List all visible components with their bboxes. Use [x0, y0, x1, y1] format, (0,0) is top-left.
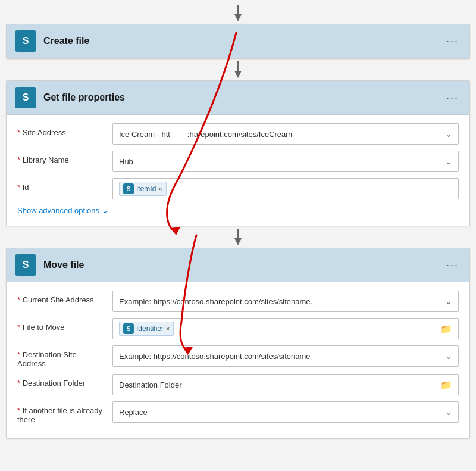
site-address-dropdown[interactable]: Ice Cream - htt :harepoint.com/sites/Ice…	[112, 123, 459, 145]
site-address-control[interactable]: Ice Cream - htt :harepoint.com/sites/Ice…	[112, 123, 459, 145]
dest-folder-field[interactable]: Destination Folder 📁	[112, 374, 459, 395]
identifier-tag-icon: S	[123, 323, 134, 334]
get-file-properties-card: S Get file properties ··· * Site Address…	[6, 80, 470, 226]
current-site-address-dropdown[interactable]: Example: https://contoso.sharepoint.com/…	[112, 291, 459, 312]
dest-site-address-placeholder: Example: https://contoso.sharepoint.com/…	[119, 352, 440, 361]
get-file-props-title: Get file properties	[43, 92, 444, 103]
move-file-title: Move file	[43, 260, 444, 270]
create-file-card-header: S Create file ···	[7, 24, 469, 58]
id-row: * Id S ItemId ×	[17, 178, 459, 199]
site-address-chevron[interactable]: ⌄	[445, 129, 452, 139]
svg-marker-3	[234, 71, 242, 78]
dest-folder-control[interactable]: Destination Folder 📁	[112, 374, 459, 395]
create-file-card: S Create file ···	[6, 24, 470, 59]
identifier-tag: S Identifier ×	[119, 322, 174, 336]
if-another-file-value: Replace	[119, 408, 440, 417]
library-name-dropdown[interactable]: Hub ⌄	[112, 151, 459, 172]
move-file-icon: S	[15, 254, 36, 276]
create-file-menu[interactable]: ···	[444, 35, 461, 48]
get-file-props-icon: S	[15, 87, 36, 108]
file-to-move-row: * File to Move S Identifier × 📁	[17, 318, 459, 339]
move-file-header: S Move file ···	[7, 248, 469, 282]
site-address-label: * Site Address	[17, 123, 112, 137]
itemid-tag-label: ItemId	[136, 185, 156, 193]
advanced-options-chevron: ⌄	[102, 206, 108, 215]
library-name-control[interactable]: Hub ⌄	[112, 151, 459, 172]
if-another-file-control[interactable]: Replace ⌄	[112, 401, 459, 423]
id-label: * Id	[17, 178, 112, 192]
dest-site-address-control[interactable]: Example: https://contoso.sharepoint.com/…	[112, 345, 459, 367]
dest-site-address-row: * Destination Site Address Example: http…	[17, 345, 459, 368]
dest-site-address-chevron[interactable]: ⌄	[445, 351, 452, 361]
site-address-row: * Site Address Ice Cream - htt :harepoin…	[17, 123, 459, 145]
get-file-props-menu[interactable]: ···	[444, 92, 461, 104]
svg-marker-5	[234, 238, 242, 245]
current-site-address-placeholder: Example: https://contoso.sharepoint.com/…	[119, 297, 440, 306]
file-to-move-field[interactable]: S Identifier × 📁	[112, 318, 459, 339]
file-to-move-folder-icon[interactable]: 📁	[440, 323, 452, 335]
if-another-file-row: * If another file is already there Repla…	[17, 401, 459, 424]
svg-marker-1	[234, 14, 242, 21]
move-file-body: * Current Site Address Example: https://…	[7, 282, 469, 438]
identifier-tag-close[interactable]: ×	[166, 325, 170, 332]
get-file-props-header: S Get file properties ···	[7, 81, 469, 115]
current-site-address-chevron[interactable]: ⌄	[445, 297, 452, 306]
library-name-chevron[interactable]: ⌄	[445, 157, 452, 166]
move-file-menu[interactable]: ···	[444, 259, 461, 272]
id-control[interactable]: S ItemId ×	[112, 178, 459, 199]
advanced-options-row: Show advanced options ⌄	[17, 205, 459, 215]
if-another-file-label: * If another file is already there	[17, 401, 112, 424]
file-to-move-label: * File to Move	[17, 318, 112, 332]
library-name-row: * Library Name Hub ⌄	[17, 151, 459, 172]
file-to-move-control[interactable]: S Identifier × 📁	[112, 318, 459, 339]
if-another-file-chevron[interactable]: ⌄	[445, 407, 452, 417]
itemid-tag: S ItemId ×	[119, 182, 167, 196]
current-site-address-row: * Current Site Address Example: https://…	[17, 291, 459, 312]
current-site-address-label: * Current Site Address	[17, 291, 112, 304]
dest-site-address-dropdown[interactable]: Example: https://contoso.sharepoint.com/…	[112, 345, 459, 367]
connector-1	[0, 59, 476, 80]
top-connector-arrow	[0, 0, 476, 24]
library-name-label: * Library Name	[17, 151, 112, 164]
if-another-file-dropdown[interactable]: Replace ⌄	[112, 401, 459, 423]
identifier-tag-label: Identifier	[136, 325, 164, 333]
dest-folder-row: * Destination Folder Destination Folder …	[17, 374, 459, 395]
itemid-tag-icon: S	[123, 183, 134, 194]
dest-site-address-label: * Destination Site Address	[17, 345, 112, 368]
create-file-title: Create file	[43, 36, 444, 46]
get-file-props-body: * Site Address Ice Cream - htt :harepoin…	[7, 115, 469, 226]
connector-2	[0, 226, 476, 248]
show-advanced-options-label: Show advanced options	[17, 206, 99, 215]
file-to-move-content: S Identifier ×	[119, 322, 436, 336]
page-wrapper: S Create file ··· S Get file properties …	[0, 0, 476, 451]
move-file-card: S Move file ··· * Current Site Address E…	[6, 248, 470, 439]
itemid-tag-close[interactable]: ×	[158, 185, 162, 192]
library-name-value: Hub	[119, 157, 440, 166]
current-site-address-control[interactable]: Example: https://contoso.sharepoint.com/…	[112, 291, 459, 312]
create-file-icon: S	[15, 30, 36, 52]
show-advanced-options-link[interactable]: Show advanced options ⌄	[17, 206, 108, 215]
site-address-value: Ice Cream - htt :harepoint.com/sites/Ice…	[119, 130, 440, 139]
dest-folder-icon[interactable]: 📁	[440, 379, 452, 391]
dest-folder-placeholder: Destination Folder	[119, 380, 436, 389]
id-field[interactable]: S ItemId ×	[112, 178, 459, 199]
dest-folder-label: * Destination Folder	[17, 374, 112, 388]
